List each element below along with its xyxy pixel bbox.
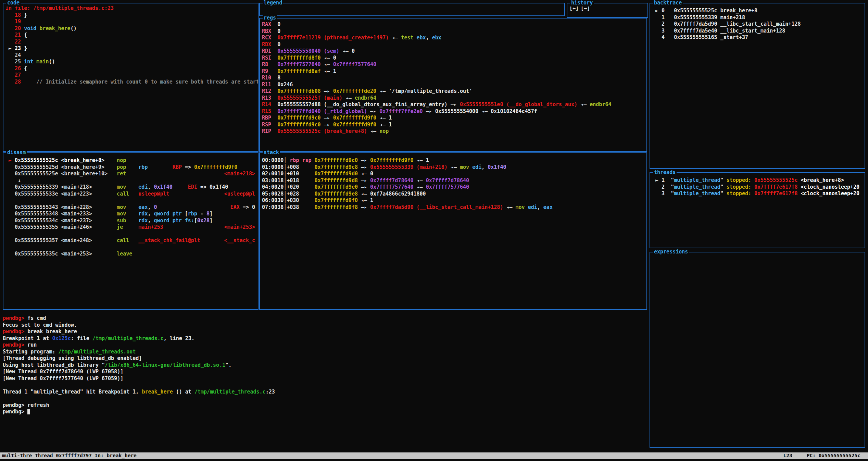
- text-segment: RIP: [262, 128, 277, 134]
- text-segment: 0x555555555339 (main+218): [370, 164, 451, 170]
- console-line: [3, 382, 653, 389]
- disasm-line: 0x555555555348 <main+233> mov rdx, qword…: [5, 211, 255, 217]
- line-annotation: <main+253>: [224, 224, 255, 231]
- disasm-line: 0x555555555357 <main+248> call __stack_c…: [5, 237, 255, 244]
- backtrace-frame: 3 0x7ffff7da5e40 __libc_start_main+128: [652, 28, 863, 35]
- text-segment: ".: [225, 362, 231, 368]
- text-segment: 0: [154, 204, 157, 210]
- text-segment: ◂—: [417, 157, 426, 163]
- stack-row: 03:0018│+018 0x7fffffffd9d8 —▸ 0x7ffff7d…: [262, 177, 645, 184]
- text-segment: __stack_chk_fail@plt: [138, 237, 200, 244]
- legend-content: [260, 3, 564, 15]
- text-segment: pwndbg>: [3, 315, 27, 321]
- text-segment: <break_here+8>: [801, 177, 844, 183]
- text-segment: 25: [5, 59, 24, 65]
- text-segment: RSP: [262, 122, 277, 128]
- text-segment: EAX: [230, 204, 240, 210]
- text-segment: (): [71, 25, 77, 32]
- text-segment: 0x7fffffffd9f8: [315, 204, 361, 210]
- text-segment: =>: [182, 164, 194, 170]
- text-segment: 3 ": [652, 190, 674, 197]
- backtrace-frame: 4 0x555555555165 _start+37: [652, 34, 863, 41]
- register-row: RAX 0: [262, 21, 645, 28]
- text-segment: 0x55555555525c (break_here+8): [277, 128, 370, 134]
- console-line: pwndbg>: [3, 409, 653, 415]
- text-segment: 0x7ffff7577640: [370, 184, 416, 190]
- text-segment: eax: [543, 204, 553, 210]
- register-row: RCX 0x7ffff7e11219 (pthread_create+1497)…: [262, 35, 645, 41]
- text-segment: ◂—: [379, 115, 389, 121]
- text-segment: call: [117, 191, 129, 197]
- code-line: 19: [5, 18, 256, 25]
- text-segment: eax: [138, 204, 148, 210]
- text-segment: [Thread debugging using libthread_db ena…: [3, 355, 142, 361]
- disassembly-content: ► 0x55555555525c <break_here+8> nop 0x55…: [3, 153, 258, 309]
- code-line: In file: /tmp/multiple_threads.c:23: [5, 5, 256, 12]
- text-segment: ,: [148, 217, 154, 224]
- text-segment: '/tmp/multiple_threads.out': [389, 88, 472, 94]
- text-segment: 0x7fffffffd9e8: [315, 191, 361, 197]
- text-segment: main: [36, 59, 49, 65]
- text-segment: [751, 184, 754, 190]
- text-segment: 19: [5, 18, 21, 25]
- text-segment: 07:0038: [262, 204, 284, 210]
- text-segment: In file: /tmp/multiple_threads.c:23: [5, 5, 114, 11]
- text-segment: 0x7fffffffd9c0: [315, 157, 361, 163]
- threads-panel: threads ► 1 "multiple_thread" stopped: 0…: [650, 172, 865, 248]
- register-row: RDI 0x555555558040 (sem) ◂— 0: [262, 48, 645, 55]
- text-segment: ,: [148, 184, 154, 190]
- text-segment: 0x5555555551e0 (__do_global_dtors_aux): [460, 101, 580, 108]
- text-segment: 8: [277, 75, 280, 81]
- text-segment: edi: [528, 204, 537, 210]
- text-segment: 24: [5, 52, 21, 58]
- register-row: RSI 0x7fffffffd8f0 ◂— 0: [262, 55, 645, 62]
- text-segment: [123, 224, 138, 230]
- disasm-line: 0x55555555525d <break_here+9> pop rbp RB…: [5, 164, 255, 171]
- console-line: pwndbg> refresh: [3, 402, 653, 409]
- code-line: 21 {: [5, 32, 256, 39]
- text-segment: ◂—: [370, 128, 379, 134]
- code-line: 22: [5, 39, 256, 46]
- text-segment: 0x55555555525c <break_here+8>: [15, 157, 117, 163]
- text-segment: stopped:: [727, 184, 751, 190]
- text-segment: 0x7ffff7d78640: [370, 177, 416, 184]
- text-segment: {: [24, 65, 27, 72]
- text-segment: /lib/x86_64-linux-gnu/libthread_db.so.1: [105, 362, 225, 368]
- text-segment: ► 0 0x55555555525c break_here+8: [652, 8, 757, 14]
- text-segment: [126, 204, 138, 210]
- text-segment: rbp: [188, 211, 197, 217]
- line-annotation: <main+218>: [224, 171, 255, 177]
- console-line: [Thread debugging using libthread_db ena…: [3, 355, 653, 362]
- text-segment: main+253: [138, 224, 163, 230]
- text-segment: /tmp/multiple_threads.c: [92, 335, 164, 341]
- text-segment: [312, 157, 315, 163]
- expressions-content: [650, 252, 865, 447]
- text-segment: mov: [460, 164, 469, 170]
- text-segment: [5, 217, 15, 224]
- text-segment: [797, 184, 801, 190]
- text-segment: qword ptr: [154, 211, 185, 217]
- text-segment: —▸: [451, 101, 460, 108]
- text-segment: [: [194, 217, 197, 224]
- text-segment: 0: [277, 21, 280, 27]
- text-segment: endbr64: [355, 95, 376, 101]
- code-line: 18 }: [5, 12, 256, 19]
- text-segment: 22: [5, 39, 21, 45]
- disasm-line: [5, 231, 255, 238]
- disasm-line: 0x555555555355 <main+246> je main+253<ma…: [5, 224, 255, 231]
- text-segment: ebx: [432, 35, 441, 41]
- text-segment: │: [284, 204, 287, 210]
- backtrace-panel: backtrace ► 0 0x55555555525c break_here+…: [650, 3, 865, 169]
- text-segment: 3 0x7ffff7da5e40 __libc_start_main+128: [652, 28, 785, 34]
- text-segment: [5, 211, 15, 217]
- text-segment: 0: [277, 41, 280, 48]
- text-segment: —▸: [324, 122, 333, 128]
- text-segment: [126, 211, 138, 217]
- history-panel-title: history: [570, 0, 594, 7]
- text-segment: ret: [117, 171, 126, 177]
- text-segment: │: [284, 171, 287, 177]
- code-line: 27: [5, 72, 256, 79]
- thread-row: ► 1 "multiple_thread" stopped: 0x5555555…: [652, 177, 863, 184]
- code-line: 24: [5, 52, 256, 59]
- console-output[interactable]: pwndbg> fs cmdFocus set to cmd window.pw…: [3, 315, 653, 415]
